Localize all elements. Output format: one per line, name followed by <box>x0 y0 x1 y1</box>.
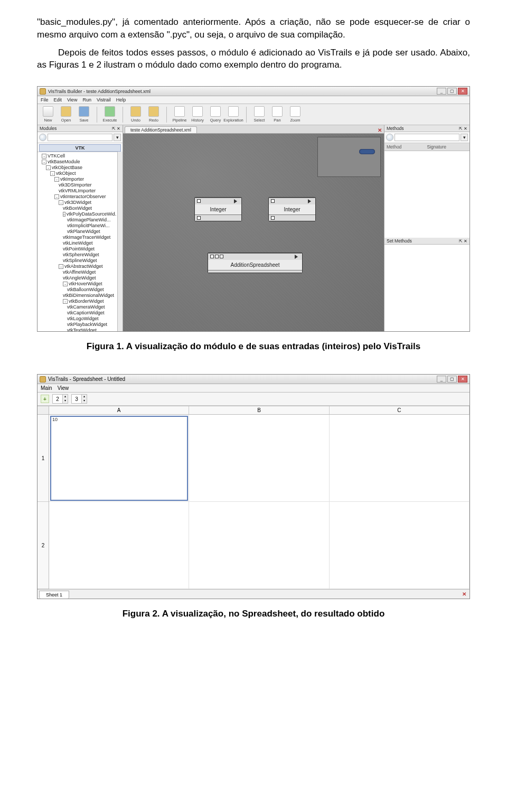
tree-toggle[interactable]: - <box>54 194 59 199</box>
tree-node[interactable]: vtkVRMLImporter <box>40 188 116 194</box>
minimize-button[interactable]: _ <box>437 88 446 95</box>
tree-node[interactable]: vtkImplicitPlaneWi... <box>40 223 116 229</box>
tree-node[interactable]: -vtkAbstractWidget <box>40 264 116 269</box>
tool-select[interactable]: Select <box>252 106 267 123</box>
tree-toggle[interactable]: - <box>59 200 63 205</box>
tree-node[interactable]: vtk3DSImporter <box>40 182 116 188</box>
node-integer-left[interactable]: Integer <box>194 197 242 221</box>
methods-list[interactable] <box>384 151 470 238</box>
menu-view[interactable]: View <box>58 385 69 391</box>
tool-undo[interactable]: Undo <box>128 106 143 123</box>
tree-node[interactable]: vtkSphereWidget <box>40 252 116 258</box>
tree-node[interactable]: -vtkObject <box>40 171 116 176</box>
cols-up[interactable]: ▴ <box>82 395 87 399</box>
tree-node[interactable]: vtkPointWidget <box>40 246 116 252</box>
col-header-c[interactable]: C <box>330 406 470 414</box>
rows-spinbox[interactable]: 2 ▴▾ <box>52 394 68 404</box>
tool-zoom[interactable]: Zoom <box>288 106 303 123</box>
tree-node[interactable]: -vtkObjectBase <box>40 165 116 171</box>
tool-history[interactable]: History <box>190 106 205 123</box>
tree-node[interactable]: -vtkBaseModule <box>40 159 116 165</box>
tree-node[interactable]: vtkCaptionWidget <box>40 310 116 316</box>
tree-node[interactable]: -VTKCell <box>40 153 116 159</box>
row-header-1[interactable]: 1 <box>37 415 49 502</box>
tree-toggle[interactable]: - <box>42 160 46 164</box>
tree-toggle[interactable]: - <box>59 264 63 269</box>
close-button[interactable]: ✕ <box>458 376 467 382</box>
tool-redo[interactable]: Redo <box>146 106 161 123</box>
tree-node[interactable]: -vtkImporter <box>40 176 116 182</box>
modules-search-input[interactable] <box>48 134 112 141</box>
tree-node[interactable]: -vtk3DWidget <box>40 200 116 206</box>
tree-toggle[interactable]: - <box>54 177 59 182</box>
methods-panel-buttons[interactable]: ⇱ ✕ <box>459 126 467 131</box>
sheet-close-button[interactable]: ✕ <box>462 591 466 597</box>
tool-save[interactable]: Save <box>77 106 91 123</box>
tree-toggle[interactable]: - <box>46 165 51 170</box>
add-sheet-button[interactable]: + <box>41 395 49 403</box>
tree-toggle[interactable]: - <box>63 282 68 286</box>
pipeline-canvas[interactable]: Integer Integer AdditionSpreadsheet <box>123 134 384 331</box>
port-tri[interactable] <box>308 199 313 203</box>
tool-exploration[interactable]: Exploration <box>226 106 241 123</box>
port-in[interactable] <box>271 199 275 203</box>
cell-b1[interactable] <box>189 415 329 502</box>
minimap[interactable] <box>317 137 381 177</box>
menu-file[interactable]: File <box>41 97 49 102</box>
port-in[interactable] <box>210 255 214 258</box>
col-header-b[interactable]: B <box>189 406 329 414</box>
port-out[interactable] <box>197 216 201 220</box>
search-dropdown[interactable]: ▾ <box>461 134 468 141</box>
sheet-tab[interactable]: Sheet 1 <box>39 591 69 599</box>
set-methods-area[interactable] <box>384 245 470 331</box>
menu-vistrail[interactable]: Vistrail <box>97 97 111 102</box>
maximize-button[interactable]: ▢ <box>447 376 457 382</box>
tree-toggle[interactable]: - <box>42 154 46 158</box>
tree-node[interactable]: vtkPlaneWidget <box>40 229 116 235</box>
vtk-group-header[interactable]: VTK <box>39 144 121 152</box>
port-out[interactable] <box>271 216 275 220</box>
node-integer-right[interactable]: Integer <box>268 197 316 221</box>
tree-toggle[interactable]: - <box>50 171 55 176</box>
pipeline-tab[interactable]: teste AdditionSpreadsheet.xml <box>125 126 197 133</box>
tree-node[interactable]: vtkPlaybackWidget <box>40 322 116 328</box>
tree-node[interactable]: vtkSplineWidget <box>40 258 116 264</box>
set-methods-panel-buttons[interactable]: ⇱ ✕ <box>459 239 467 244</box>
modules-panel-buttons[interactable]: ⇱ ✕ <box>112 126 120 131</box>
port-in[interactable] <box>215 255 219 258</box>
menu-run[interactable]: Run <box>82 97 91 102</box>
port-in[interactable] <box>220 255 223 258</box>
menu-help[interactable]: Help <box>116 97 126 102</box>
tree-node[interactable]: vtkAffineWidget <box>40 269 116 275</box>
search-dropdown[interactable]: ▾ <box>114 134 121 141</box>
tree-node[interactable]: -vtkPolyDataSourceWid... <box>40 211 116 217</box>
search-icon[interactable] <box>386 134 393 141</box>
row-header-2[interactable]: 2 <box>37 502 49 589</box>
menu-main[interactable]: Main <box>41 385 52 391</box>
search-icon[interactable] <box>39 134 46 141</box>
tree-node[interactable]: vtkBoxWidget <box>40 206 116 211</box>
rows-down[interactable]: ▾ <box>63 399 68 403</box>
tree-node[interactable]: vtkLogoWidget <box>40 316 116 322</box>
tool-pan[interactable]: Pan <box>270 106 285 123</box>
tab-close-button[interactable]: ✕ <box>378 127 382 133</box>
tree-node[interactable]: -vtkHoverWidget <box>40 281 116 287</box>
cell-b2[interactable] <box>189 502 329 589</box>
tree-node[interactable]: vtkImageTracerWidget <box>40 235 116 240</box>
tool-new[interactable]: New <box>41 106 55 123</box>
menu-edit[interactable]: Edit <box>54 97 62 102</box>
tree-node[interactable]: vtkTextWidget <box>40 328 116 331</box>
node-addition-spreadsheet[interactable]: AdditionSpreadsheet <box>208 253 303 273</box>
tool-execute[interactable]: Execute <box>102 106 117 123</box>
tool-open[interactable]: Open <box>59 106 73 123</box>
tree-node[interactable]: vtkImagePlaneWid... <box>40 217 116 223</box>
port-tri[interactable] <box>234 199 239 203</box>
cell-c1[interactable] <box>330 415 470 502</box>
tree-node[interactable]: vtkBiDimensionalWidget <box>40 293 116 298</box>
tree-node[interactable]: vtkAngleWidget <box>40 275 116 281</box>
menu-view[interactable]: View <box>67 97 77 102</box>
methods-search-input[interactable] <box>395 134 459 141</box>
modules-scrollbar[interactable] <box>117 152 123 331</box>
cell-c2[interactable] <box>330 502 470 589</box>
tree-node[interactable]: vtkCameraWidget <box>40 304 116 310</box>
